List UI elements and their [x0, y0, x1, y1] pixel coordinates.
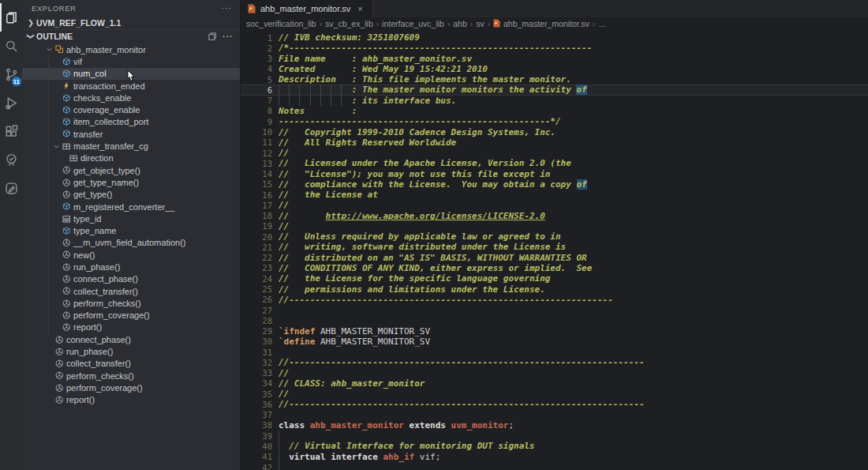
code-line[interactable]: 4Created : Wed May 19 15:42:21 2010 [241, 64, 868, 74]
outline-item-type-name[interactable]: type_name [22, 224, 240, 236]
breadcrumb-item[interactable]: ahb [453, 19, 467, 28]
outline-item-ahb-master-monitor[interactable]: ahb_master_monitor [22, 43, 240, 55]
outline-item-m-registered-converter[interactable]: m_registered_converter__ [22, 201, 240, 212]
search-icon[interactable] [0, 32, 22, 60]
run-and-debug-icon[interactable] [0, 88, 22, 117]
outline-item-get-type-name[interactable]: get_type_name() [22, 176, 240, 188]
line-number: 1 [241, 33, 272, 43]
outline-item-get-object-type[interactable]: get_object_type() [22, 164, 240, 176]
code-line[interactable]: 26//------------------------------------… [241, 295, 868, 305]
code-line[interactable]: 25// permissions and limitations under t… [241, 284, 868, 294]
tab-ahb-master-monitor[interactable]: ahb_master_monitor.sv × [241, 0, 371, 17]
code-line[interactable]: 10// Copyright 1999-2010 Cadence Design … [241, 126, 868, 137]
breadcrumb-item[interactable]: ahb_master_monitor.sv [493, 19, 589, 29]
outline-item-perform-coverage[interactable]: perform_coverage() [22, 310, 240, 321]
breadcrumb-item[interactable]: sv_cb_ex_lib [325, 19, 373, 28]
code-line[interactable]: 5Description : This file implements the … [241, 74, 868, 85]
line-number: 14 [241, 169, 272, 179]
outline-item-report[interactable]: report() [22, 394, 240, 406]
outline-item-direction[interactable]: direction [22, 152, 240, 164]
outline-item-get-type[interactable]: get_type() [22, 189, 240, 201]
code-line[interactable]: 39 [241, 431, 868, 441]
code-line[interactable]: 14// "License"); you may not use this fi… [241, 168, 868, 179]
code-line[interactable]: 42 [241, 462, 868, 470]
outline-item-connect-phase[interactable]: connect_phase() [22, 333, 240, 345]
tab-close-icon[interactable]: × [357, 5, 362, 13]
outline-item-run-phase[interactable]: run_phase() [22, 345, 240, 357]
code-line[interactable]: 35// [241, 389, 868, 399]
outline-item-label: collect_transfer() [66, 359, 131, 368]
code-line[interactable]: 34// CLASS: ahb_master_monitor [241, 378, 868, 389]
code-line[interactable]: 17// [241, 200, 868, 210]
code-line[interactable]: 27 [241, 305, 868, 315]
explorer-icon[interactable] [0, 3, 22, 32]
breadcrumb-item[interactable]: ... [598, 19, 605, 28]
outline-item-checks-enable[interactable]: checks_enable [22, 92, 240, 103]
outline-item-connect-phase[interactable]: connect_phase() [22, 273, 240, 285]
notebook-edit-icon[interactable] [0, 174, 22, 202]
code-line[interactable]: 8Notes : [241, 106, 868, 116]
code-line[interactable]: 9---------------------------------------… [241, 116, 868, 126]
code-line[interactable]: 15// compliance with the License. You ma… [241, 179, 868, 190]
code-line[interactable]: 18// http://www.apache.org/licenses/LICE… [241, 211, 868, 221]
code-line[interactable]: 11// All Rights Reserved Worldwide [241, 137, 868, 148]
section-outline[interactable]: ❯ OUTLINE ··· [22, 29, 240, 43]
code-line[interactable]: 37 [241, 410, 868, 420]
checkmark-seal-icon[interactable] [0, 145, 22, 174]
explorer-more-button[interactable]: ··· [221, 3, 232, 13]
outline-item-perform-checks[interactable]: perform_checks() [22, 297, 240, 309]
code-line[interactable]: 28 [241, 315, 868, 325]
code-line[interactable]: 29`ifndef AHB_MASTER_MONITOR_SV [241, 325, 868, 336]
outline-item-transfer[interactable]: transfer [22, 128, 240, 140]
source-control-icon[interactable]: 11 [0, 60, 22, 88]
code-line[interactable]: 31 [241, 347, 868, 357]
outline-item-perform-coverage[interactable]: perform_coverage() [22, 382, 240, 393]
code-line[interactable]: 7: its interface bus. [241, 96, 868, 106]
code-line[interactable]: 20// Unless required by applicable law o… [241, 231, 868, 242]
outline-item-report[interactable]: report() [22, 321, 240, 333]
section-uvm-ref-flow[interactable]: ❯ UVM_REF_FLOW_1.1 [22, 16, 240, 29]
outline-item-run-phase[interactable]: run_phase() [22, 261, 240, 273]
code-line[interactable]: 38class ahb_master_monitor extends uvm_m… [241, 420, 868, 431]
code-editor[interactable]: 1// IVB checksum: 32518076092/*---------… [241, 30, 868, 470]
extensions-icon[interactable] [0, 117, 22, 145]
code-line[interactable]: 24// the License for the specific langua… [241, 273, 868, 284]
code-line[interactable]: 13// Licensed under the Apache License, … [241, 158, 868, 168]
outline-more-button[interactable]: ··· [223, 32, 234, 41]
code-line[interactable]: 32//------------------------------------… [241, 357, 868, 367]
code-line[interactable]: 1// IVB checksum: 3251807609 [241, 32, 868, 43]
code-line[interactable]: 3File name : ahb_master_monitor.sv [241, 54, 868, 64]
outline-item-num-col[interactable]: num_col [22, 68, 240, 80]
code-line[interactable]: 33// [241, 368, 868, 378]
breadcrumb-item[interactable]: soc_verification_lib [246, 19, 316, 28]
code-line[interactable]: 22// distributed on an "AS IS" BASIS, WI… [241, 253, 868, 263]
outline-item-vif[interactable]: vif [22, 55, 240, 67]
line-content: // [272, 200, 289, 210]
outline-item-collect-transfer[interactable]: collect_transfer() [22, 358, 240, 370]
outline-item-new[interactable]: new() [22, 249, 240, 261]
outline-item-collect-transfer[interactable]: collect_transfer() [22, 285, 240, 297]
breadcrumb-item[interactable]: interface_uvc_lib [382, 19, 444, 28]
code-line[interactable]: 40// Virtual Interface for monitoring DU… [241, 441, 868, 451]
collapse-all-icon[interactable] [208, 32, 217, 41]
code-line[interactable]: 16// the License at [241, 190, 868, 200]
code-line[interactable]: 19// [241, 221, 868, 231]
outline-item-coverage-enable[interactable]: coverage_enable [22, 103, 240, 115]
chevron-down-icon[interactable] [44, 46, 54, 53]
outline-item-type-id[interactable]: type_id [22, 212, 240, 224]
outline-item-perform-checks[interactable]: perform_checks() [22, 370, 240, 382]
outline-item-master-transfer-cg[interactable]: master_transfer_cg [22, 140, 240, 152]
code-line[interactable]: 30`define AHB_MASTER_MONITOR_SV [241, 337, 868, 347]
code-line[interactable]: 23// CONDITIONS OF ANY KIND, either expr… [241, 263, 868, 273]
outline-item-item-collected-port[interactable]: item_collected_port [22, 116, 240, 128]
outline-item--m-uvm-field-automation[interactable]: __m_uvm_field_automation() [22, 237, 240, 249]
code-line[interactable]: 2/*-------------------------------------… [241, 43, 868, 53]
code-line[interactable]: 41virtual interface ahb_if vif; [241, 452, 868, 462]
code-line[interactable]: 36//------------------------------------… [241, 399, 868, 409]
outline-item-transaction-ended[interactable]: transaction_ended [22, 80, 240, 92]
code-line[interactable]: 6: The master monitor monitors the activ… [241, 85, 868, 95]
code-line[interactable]: 21// writing, software distributed under… [241, 242, 868, 252]
code-line[interactable]: 12// [241, 148, 868, 158]
breadcrumb-item[interactable]: sv [476, 19, 485, 28]
chevron-down-icon[interactable] [51, 143, 62, 150]
